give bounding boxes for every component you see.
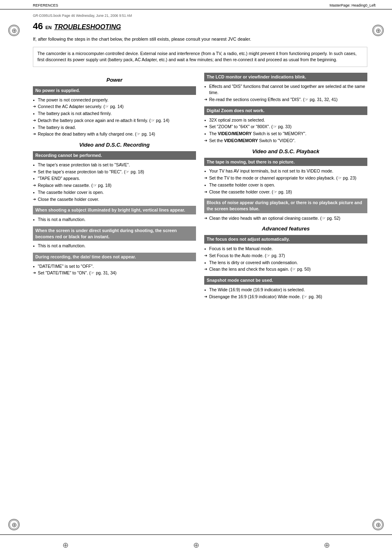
recording-cannot-block: Recording cannot be performed. The tape'…: [33, 151, 196, 203]
list-item: Connect the AC Adapter securely. (☞ pg. …: [33, 104, 196, 110]
list-item: This is not a malfunction.: [33, 243, 196, 249]
digital-zoom-block: Digital Zoom does not work. 32X optical …: [204, 106, 367, 144]
list-item: The battery pack is not attached firmly.: [33, 111, 196, 117]
list-item: The VIDEO/MEMORY Switch is set to "MEMOR…: [204, 131, 367, 137]
list-item: The Wide (16:9) mode (16:9 indicator) is…: [204, 287, 367, 293]
snapshot-heading: Snapshot mode cannot be used.: [204, 276, 367, 285]
bottom-crosshair-left: ⊕: [62, 541, 69, 550]
list-item: Set the VIDEO/MEMORY Switch to "VIDEO".: [204, 138, 367, 144]
page-en-label: EN: [45, 25, 51, 30]
tape-moving-list: Your TV has AV input terminals, but is n…: [204, 168, 367, 195]
content-area: GR-D395US.book Page 46 Wednesday, June 2…: [0, 9, 392, 311]
references-label: REFERENCES: [33, 3, 58, 7]
list-item: Set "ZOOM" to "64X" or "800X". (☞ pg. 33…: [204, 124, 367, 130]
intro-text: If, after following the steps in the cha…: [33, 36, 367, 43]
blocks-noise-list: Clean the video heads with an optional c…: [204, 215, 367, 222]
list-item: Focus is set to the Manual mode.: [204, 246, 367, 252]
shooting-bright-block: When shooting a subject illuminated by b…: [33, 206, 196, 223]
list-item: Set "DATE/TIME" to "ON". (☞ pg. 31, 34): [33, 270, 196, 276]
recording-cannot-list: The tape's erase protection tab is set t…: [33, 162, 196, 203]
list-item: Set Focus to the Auto mode. (☞ pg. 37): [204, 253, 367, 259]
list-item: The battery is dead.: [33, 124, 196, 131]
page-title: TROUBLESHOOTING: [54, 23, 121, 31]
advanced-features-heading: Advanced features: [204, 226, 367, 232]
file-info: GR-D395US.book Page 46 Wednesday, June 2…: [33, 14, 367, 18]
corner-decoration-tl: [8, 25, 20, 36]
left-column: Power No power is supplied. The power is…: [33, 73, 196, 303]
sunlight-heading: When the screen is under direct sunlight…: [33, 226, 196, 241]
crosshair-tr: [374, 26, 383, 35]
bottom-crosshair-right: ⊕: [324, 541, 330, 550]
focus-block: The focus does not adjust automatically.…: [204, 235, 367, 273]
page: REFERENCES MasterPage: Heading0_Left GR-…: [0, 0, 392, 555]
masterpage-label: MasterPage: Heading0_Left: [330, 3, 376, 7]
video-dsc-recording-heading: Video and D.S.C. Recording: [33, 142, 196, 148]
snapshot-block: Snapshot mode cannot be used. The Wide (…: [204, 276, 367, 300]
list-item: Replace with new cassette. (☞ pg. 18): [33, 182, 196, 189]
two-column-layout: Power No power is supplied. The power is…: [33, 73, 367, 303]
datetime-list: "DATE/TIME" is set to "OFF". Set "DATE/T…: [33, 263, 196, 277]
list-item: Clean the video heads with an optional c…: [204, 215, 367, 222]
video-dsc-playback-heading: Video and D.S.C. Playback: [204, 148, 367, 154]
list-item: Replace the dead battery with a fully ch…: [33, 131, 196, 138]
sunlight-list: This is not a malfunction.: [33, 243, 196, 249]
no-power-list: The power is not connected properly. Con…: [33, 97, 196, 138]
bottom-bar: ⊕ ⊕ ⊕: [0, 534, 392, 555]
crosshair-br: [374, 520, 383, 529]
no-power-block: No power is supplied. The power is not c…: [33, 86, 196, 138]
power-section-heading: Power: [33, 77, 196, 83]
corner-decoration-tr: [372, 25, 384, 36]
digital-zoom-list: 32X optical zoom is selected. Set "ZOOM"…: [204, 117, 367, 144]
no-power-heading: No power is supplied.: [33, 86, 196, 95]
corner-decoration-br: [372, 519, 384, 530]
corner-decoration-bl: [8, 519, 20, 530]
recording-cannot-heading: Recording cannot be performed.: [33, 151, 196, 160]
crosshair-tl: [9, 26, 18, 35]
list-item: Set the tape's erase protection tab to "…: [33, 169, 196, 175]
lcd-heading: The LCD monitor or viewfinder indication…: [204, 73, 367, 81]
tape-moving-block: The tape is moving, but there is no pict…: [204, 158, 367, 196]
list-item: Disengage the 16:9 (16:9 indicator) Wide…: [204, 294, 367, 300]
right-column: The LCD monitor or viewfinder indication…: [204, 73, 367, 303]
lcd-list: Effects and "DIS" functions that cannot …: [204, 83, 367, 103]
shooting-bright-list: This is not a malfunction.: [33, 216, 196, 223]
list-item: Set the TV to the mode or channel approp…: [204, 175, 367, 182]
digital-zoom-heading: Digital Zoom does not work.: [204, 106, 367, 115]
focus-list: Focus is set to the Manual mode. Set Foc…: [204, 246, 367, 273]
datetime-heading: During recording, the date/ time does no…: [33, 253, 196, 261]
shooting-bright-heading: When shooting a subject illuminated by b…: [33, 206, 196, 214]
list-item: Close the cassette holder cover. (☞ pg. …: [204, 189, 367, 196]
page-number: 46: [33, 21, 43, 32]
snapshot-list: The Wide (16:9) mode (16:9 indicator) is…: [204, 287, 367, 300]
list-item: Your TV has AV input terminals, but is n…: [204, 168, 367, 175]
bottom-crosshair-center: ⊕: [193, 541, 199, 550]
top-bar: REFERENCES MasterPage: Heading0_Left: [0, 0, 392, 9]
list-item: The tape's erase protection tab is set t…: [33, 162, 196, 168]
page-heading: 46 EN TROUBLESHOOTING: [33, 21, 367, 32]
focus-heading: The focus does not adjust automatically.: [204, 235, 367, 244]
info-box: The camcorder is a microcomputer-control…: [33, 47, 367, 67]
list-item: The cassette holder cover is open.: [33, 189, 196, 196]
list-item: Effects and "DIS" functions that cannot …: [204, 83, 367, 97]
list-item: This is not a malfunction.: [33, 216, 196, 223]
list-item: 32X optical zoom is selected.: [204, 117, 367, 124]
list-item: "DATE/TIME" is set to "OFF".: [33, 263, 196, 270]
list-item: Clean the lens and check the focus again…: [204, 266, 367, 273]
crosshair-bl: [9, 520, 18, 529]
blocks-noise-block: Blocks of noise appear during playback, …: [204, 198, 367, 221]
list-item: The lens is dirty or covered with conden…: [204, 260, 367, 266]
list-item: Close the cassette holder cover.: [33, 196, 196, 203]
sunlight-block: When the screen is under direct sunlight…: [33, 226, 196, 249]
list-item: Re-read the sections covering Effects an…: [204, 97, 367, 103]
datetime-block: During recording, the date/ time does no…: [33, 253, 196, 276]
list-item: The cassette holder cover is open.: [204, 182, 367, 189]
lcd-block: The LCD monitor or viewfinder indication…: [204, 73, 367, 103]
list-item: Detach the battery pack once again and r…: [33, 117, 196, 124]
list-item: "TAPE END" appears.: [33, 175, 196, 182]
list-item: The power is not connected properly.: [33, 97, 196, 104]
blocks-noise-heading: Blocks of noise appear during playback, …: [204, 198, 367, 213]
tape-moving-heading: The tape is moving, but there is no pict…: [204, 158, 367, 166]
